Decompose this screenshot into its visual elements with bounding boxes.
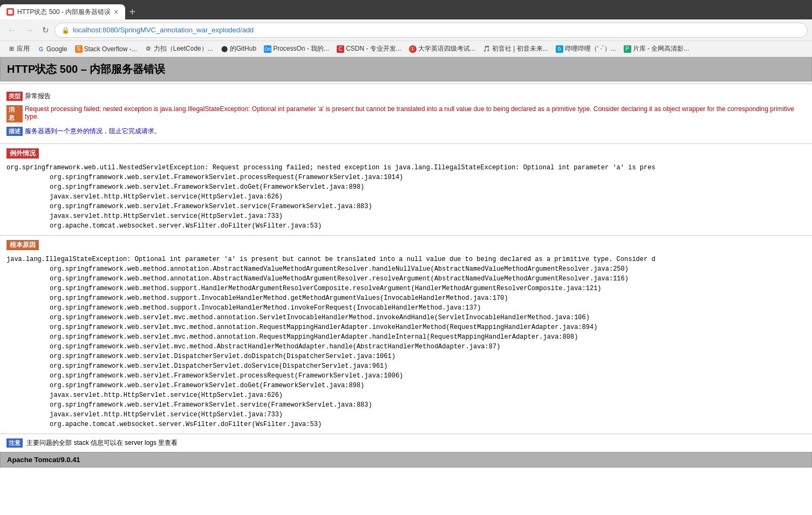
root-cause-line-7: org.springframework.web.servlet.mvc.meth… <box>6 332 806 342</box>
bookmark-music[interactable]: 🎵 初音社 | 初音未来... <box>480 43 551 54</box>
csdn-icon: C <box>337 45 344 53</box>
exception-stack-trace: org.springframework.web.util.NestedServl… <box>0 161 812 233</box>
type-section: 类型 异常报告 消息 Request processing failed; ne… <box>0 86 812 141</box>
bookmark-apps[interactable]: ⊞ 应用 <box>4 43 33 54</box>
description-label: 描述 <box>6 127 23 136</box>
bookmark-google-label: Google <box>46 45 67 53</box>
http-error-header: HTTP状态 500 – 内部服务器错误 <box>0 57 812 81</box>
type-row: 类型 异常报告 <box>6 90 806 103</box>
root-cause-line-3: org.springframework.web.method.support.I… <box>6 293 806 303</box>
active-tab[interactable]: HTTP状态 500 - 内部服务器错误 × <box>0 4 125 19</box>
root-cause-line-13: javax.servlet.http.HttpServlet.service(H… <box>6 390 806 400</box>
message-row: 消息 Request processing failed; nested exc… <box>6 103 806 125</box>
google-icon: G <box>37 45 45 53</box>
github-icon: ⬤ <box>221 45 228 53</box>
reload-button[interactable]: ↻ <box>39 23 52 37</box>
root-cause-line-6: org.springframework.web.servlet.mvc.meth… <box>6 322 806 332</box>
browser-chrome: HTTP状态 500 - 内部服务器错误 × + ← → ↻ 🔒 ⊞ 应用 G … <box>0 0 812 57</box>
root-cause-main-line: java.lang.IllegalStateException: Optiona… <box>6 256 656 263</box>
film-icon: P <box>624 45 631 53</box>
root-cause-line-14: org.springframework.web.servlet.Framewor… <box>6 400 806 410</box>
type-label: 类型 <box>6 92 23 101</box>
root-cause-line-15: javax.servlet.http.HttpServlet.service(H… <box>6 410 806 420</box>
forward-button[interactable]: → <box>22 23 37 37</box>
bookmark-stackoverflow[interactable]: S Stack Overflow -... <box>72 44 140 54</box>
description-row: 描述 服务器遇到一个意外的情况，阻止它完成请求。 <box>6 125 806 138</box>
bookmark-csdn[interactable]: C CSDN - 专业开发... <box>333 43 405 54</box>
exception-line-2: javax.servlet.http.HttpServlet.service(H… <box>6 192 806 202</box>
message-label: 消息 <box>6 105 23 122</box>
back-button[interactable]: ← <box>4 23 19 37</box>
bookmark-processon[interactable]: On ProcessOn - 我的... <box>261 43 332 54</box>
page-content: HTTP状态 500 – 内部服务器错误 类型 异常报告 消息 Request … <box>0 57 812 489</box>
exception-line-5: org.apache.tomcat.websocket.server.WsFil… <box>6 221 806 231</box>
root-cause-line-4: org.springframework.web.method.support.I… <box>6 303 806 313</box>
exception-section-title: 例外情况 <box>6 148 39 159</box>
tab-bar: HTTP状态 500 - 内部服务器错误 × + <box>0 0 812 19</box>
tab-favicon <box>6 8 14 16</box>
bookmark-google[interactable]: G Google <box>34 44 71 54</box>
music-icon: 🎵 <box>483 45 490 53</box>
exception-title-row: 例外情况 <box>0 146 812 161</box>
root-cause-line-10: org.springframework.web.servlet.Dispatch… <box>6 361 806 371</box>
bookmark-stackoverflow-label: Stack Overflow -... <box>84 45 137 53</box>
exception-line-0: org.springframework.web.servlet.Framewor… <box>6 173 806 182</box>
address-bar[interactable]: 🔒 <box>54 23 808 38</box>
exception-main-line: org.springframework.web.util.NestedServl… <box>6 164 656 171</box>
nav-bar: ← → ↻ 🔒 <box>0 19 812 41</box>
bookmark-film-label: 片库 - 全网高清影... <box>633 44 690 53</box>
url-input[interactable] <box>73 26 801 34</box>
bookmark-csdn-label: CSDN - 专业开发... <box>346 44 401 53</box>
apps-icon: ⊞ <box>8 45 15 53</box>
note-label: 注意 <box>6 438 23 448</box>
note-text: 主要问题的全部 stack 信息可以在 server logs 里查看 <box>26 439 178 447</box>
bookmarks-bar: ⊞ 应用 G Google S Stack Overflow -... ⚙ 力扣… <box>0 41 812 57</box>
bookmark-leetcode-label: 力扣（LeetCode）... <box>154 44 213 53</box>
root-cause-line-2: org.springframework.web.method.support.H… <box>6 284 806 293</box>
description-value: 服务器遇到一个意外的情况，阻止它完成请求。 <box>25 127 161 136</box>
bookmark-github[interactable]: ⬤ 的GitHub <box>217 43 260 54</box>
bilibili-icon: b <box>556 45 563 53</box>
root-cause-line-16: org.apache.tomcat.websocket.server.WsFil… <box>6 420 806 429</box>
processon-icon: On <box>264 45 271 53</box>
root-cause-section-title: 根本原因 <box>6 240 39 250</box>
tab-close-button[interactable]: × <box>114 8 118 16</box>
bookmark-bilibili[interactable]: b 哔哩哔哩（' ·`）... <box>552 43 619 54</box>
type-value: 异常报告 <box>25 92 51 101</box>
root-cause-line-1: org.springframework.web.method.annotatio… <box>6 274 806 284</box>
root-cause-title-row: 根本原因 <box>0 238 812 252</box>
page-footer: Apache Tomcat/9.0.41 <box>0 452 812 468</box>
bookmark-film[interactable]: P 片库 - 全网高清影... <box>620 43 693 54</box>
leetcode-icon: ⚙ <box>145 45 152 53</box>
http-error-title: HTTP状态 500 – 内部服务器错误 <box>7 62 805 77</box>
tab-title: HTTP状态 500 - 内部服务器错误 <box>17 8 111 17</box>
root-cause-stack-trace: java.lang.IllegalStateException: Optiona… <box>0 252 812 431</box>
bookmark-github-label: 的GitHub <box>230 44 256 53</box>
bookmark-music-label: 初音社 | 初音未来... <box>492 44 548 53</box>
bookmark-apps-label: 应用 <box>17 44 30 53</box>
cet4-icon: ① <box>409 45 417 53</box>
root-cause-line-8: org.springframework.web.servlet.mvc.meth… <box>6 342 806 352</box>
bookmark-cet4-label: 大学英语四级考试... <box>418 44 475 53</box>
lock-icon: 🔒 <box>62 26 70 34</box>
root-cause-line-0: org.springframework.web.method.annotatio… <box>6 264 806 274</box>
note-row: 注意 主要问题的全部 stack 信息可以在 server logs 里查看 <box>0 436 812 450</box>
exception-line-4: javax.servlet.http.HttpServlet.service(H… <box>6 211 806 221</box>
bookmark-processon-label: ProcessOn - 我的... <box>273 44 329 53</box>
root-cause-line-9: org.springframework.web.servlet.Dispatch… <box>6 352 806 361</box>
new-tab-button[interactable]: + <box>129 6 136 17</box>
exception-line-1: org.springframework.web.servlet.Framewor… <box>6 182 806 192</box>
root-cause-line-11: org.springframework.web.servlet.Framewor… <box>6 371 806 381</box>
message-value: Request processing failed; nested except… <box>25 105 806 120</box>
root-cause-line-12: org.springframework.web.servlet.Framewor… <box>6 381 806 390</box>
bookmark-leetcode[interactable]: ⚙ 力扣（LeetCode）... <box>141 43 216 54</box>
exception-line-3: org.springframework.web.servlet.Framewor… <box>6 202 806 211</box>
root-cause-line-5: org.springframework.web.servlet.mvc.meth… <box>6 313 806 322</box>
bookmark-bilibili-label: 哔哩哔哩（' ·`）... <box>565 44 616 53</box>
bookmark-cet4[interactable]: ① 大学英语四级考试... <box>406 43 479 54</box>
footer-text: Apache Tomcat/9.0.41 <box>7 456 80 464</box>
stackoverflow-icon: S <box>75 45 83 53</box>
